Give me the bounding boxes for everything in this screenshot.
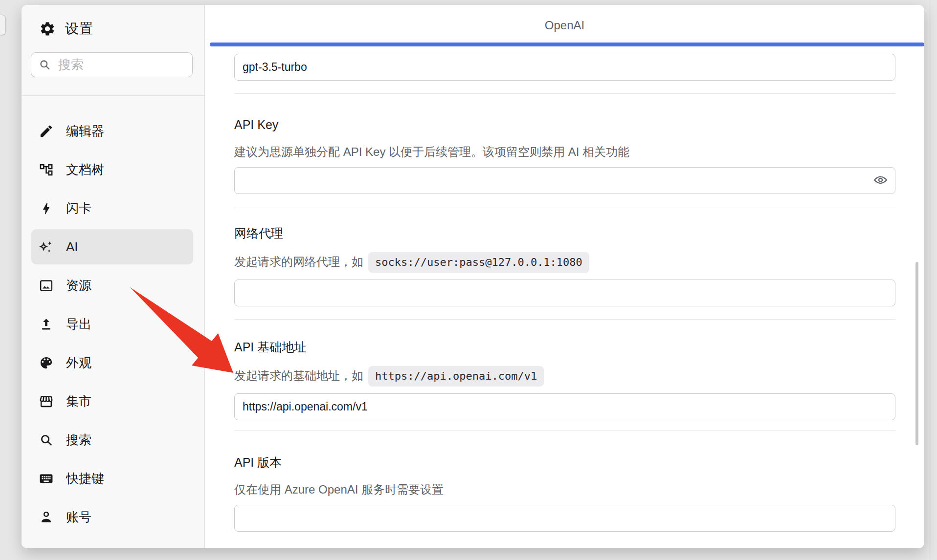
settings-content-panel: OpenAI API Key 建议为思源单独分配 API Key 以便于后续管理… xyxy=(205,5,924,548)
sparkles-icon xyxy=(39,239,54,255)
sidebar-item-label: AI xyxy=(66,239,78,255)
sidebar-item-assets[interactable]: 资源 xyxy=(31,268,193,303)
settings-dialog: 设置 编辑器 文档树 闪卡 xyxy=(22,5,924,548)
api-base-url-input[interactable] xyxy=(234,393,895,420)
api-base-url-label: API 基础地址 xyxy=(234,339,895,355)
sidebar-item-label: 外观 xyxy=(66,354,91,371)
api-base-url-section: API 基础地址 发起请求的基础地址，如https://api.openai.c… xyxy=(234,339,895,420)
sidebar-item-label: 导出 xyxy=(66,316,91,333)
base-url-example-code: https://api.openai.com/v1 xyxy=(368,366,544,387)
api-version-section: API 版本 仅在使用 Azure OpenAI 服务时需要设置 xyxy=(234,454,895,532)
sidebar-item-label: 文档树 xyxy=(66,161,104,178)
gear-icon xyxy=(39,21,56,37)
sidebar-item-flashcards[interactable]: 闪卡 xyxy=(31,191,193,226)
api-base-url-description: 发起请求的基础地址，如https://api.openai.com/v1 xyxy=(234,366,895,387)
sidebar-item-label: 编辑器 xyxy=(66,123,104,140)
model-field xyxy=(234,54,895,81)
lightning-icon xyxy=(39,201,54,216)
settings-title: 设置 xyxy=(65,20,93,38)
settings-header: 设置 xyxy=(39,20,93,38)
network-proxy-description: 发起请求的网络代理，如socks://user:pass@127.0.0.1:1… xyxy=(234,252,895,273)
cloud-icon xyxy=(39,548,54,549)
api-key-input[interactable] xyxy=(234,167,895,194)
search-icon xyxy=(39,432,54,448)
image-icon xyxy=(39,278,54,293)
sidebar-item-label: 集市 xyxy=(66,393,91,410)
network-proxy-label: 网络代理 xyxy=(234,225,895,241)
sidebar-item-editor[interactable]: 编辑器 xyxy=(31,113,193,149)
sidebar-item-label: 资源 xyxy=(66,277,91,294)
api-key-section: API Key 建议为思源单独分配 API Key 以便于后续管理。该项留空则禁… xyxy=(234,116,895,194)
search-icon xyxy=(38,58,51,71)
sidebar-item-cloud[interactable]: 云端 xyxy=(31,538,193,548)
api-version-label: API 版本 xyxy=(234,454,895,471)
upload-icon xyxy=(39,317,54,332)
sidebar-item-label: 云端 xyxy=(66,547,91,549)
sidebar-item-appearance[interactable]: 外观 xyxy=(31,345,193,380)
network-proxy-section: 网络代理 发起请求的网络代理，如socks://user:pass@127.0.… xyxy=(234,225,895,306)
background-peek-tab xyxy=(0,15,6,35)
palette-icon xyxy=(39,355,54,370)
settings-sidebar: 设置 编辑器 文档树 闪卡 xyxy=(22,5,205,548)
sidebar-item-export[interactable]: 导出 xyxy=(31,306,193,342)
person-icon xyxy=(39,510,54,525)
section-divider xyxy=(234,319,895,320)
panel-title: OpenAI xyxy=(205,19,924,32)
sidebar-item-doc-tree[interactable]: 文档树 xyxy=(31,152,193,187)
api-key-description: 建议为思源单独分配 API Key 以便于后续管理。该项留空则禁用 AI 相关功… xyxy=(234,144,895,160)
content-scrollbar-thumb[interactable] xyxy=(915,262,918,445)
background-window-edge xyxy=(931,0,931,560)
sidebar-item-search[interactable]: 搜索 xyxy=(31,422,193,457)
section-divider xyxy=(234,93,895,94)
sidebar-item-label: 账号 xyxy=(66,509,91,526)
network-proxy-input[interactable] xyxy=(234,280,895,306)
section-divider xyxy=(234,208,895,208)
sidebar-item-label: 快捷键 xyxy=(66,470,104,487)
storefront-icon xyxy=(39,394,54,409)
api-version-input[interactable] xyxy=(234,505,895,532)
api-key-label: API Key xyxy=(234,116,895,133)
settings-search-input[interactable] xyxy=(58,57,185,72)
sidebar-divider xyxy=(22,95,204,96)
section-divider xyxy=(234,430,895,431)
model-input[interactable] xyxy=(234,54,895,81)
sidebar-item-ai[interactable]: AI xyxy=(31,229,193,264)
settings-menu: 编辑器 文档树 闪卡 AI 资源 xyxy=(31,113,193,548)
api-version-description: 仅在使用 Azure OpenAI 服务时需要设置 xyxy=(234,481,895,498)
active-tab-indicator xyxy=(210,43,924,46)
proxy-example-code: socks://user:pass@127.0.0.1:1080 xyxy=(368,252,589,273)
eye-icon xyxy=(873,173,888,188)
sidebar-item-label: 闪卡 xyxy=(66,200,91,217)
doc-tree-icon xyxy=(39,162,54,177)
description-text: 发起请求的基础地址，如 xyxy=(234,369,363,382)
pencil-icon xyxy=(39,124,54,139)
keyboard-icon xyxy=(39,471,54,486)
toggle-password-visibility-button[interactable] xyxy=(871,172,889,190)
sidebar-search-box xyxy=(31,52,193,77)
sidebar-item-account[interactable]: 账号 xyxy=(31,499,193,535)
sidebar-item-hotkeys[interactable]: 快捷键 xyxy=(31,461,193,496)
sidebar-item-marketplace[interactable]: 集市 xyxy=(31,384,193,419)
description-text: 发起请求的网络代理，如 xyxy=(234,255,363,268)
sidebar-item-label: 搜索 xyxy=(66,431,91,449)
